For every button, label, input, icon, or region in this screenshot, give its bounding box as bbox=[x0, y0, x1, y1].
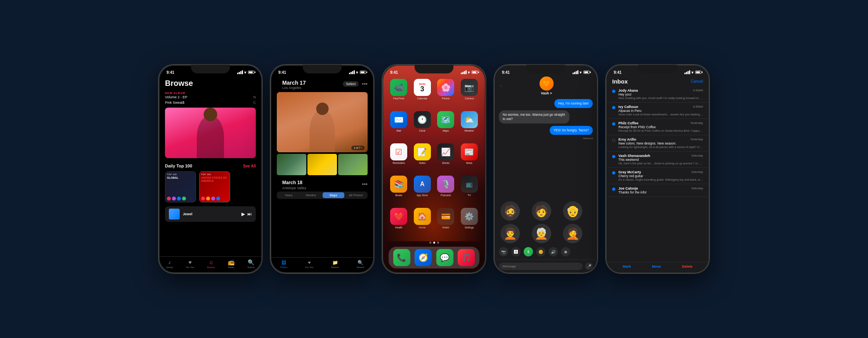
tab-radio[interactable]: 📻 Radio bbox=[228, 259, 234, 268]
appstore-app-btn[interactable]: 🅰 bbox=[511, 247, 521, 256]
play-icon[interactable]: ▶ bbox=[241, 211, 245, 217]
memoji-2[interactable]: 🧑 bbox=[532, 201, 551, 221]
seg-months[interactable]: Months bbox=[300, 192, 322, 198]
move-btn[interactable]: Move bbox=[652, 265, 661, 268]
memoji-5[interactable]: 🧑‍🦳 bbox=[532, 224, 551, 243]
chart-usa[interactable]: TOP 100 UNITED STATES OF AMERICA bbox=[199, 171, 230, 202]
seg-years[interactable]: Years bbox=[278, 192, 300, 198]
dot-2 bbox=[433, 242, 435, 244]
msg-sent-2: YES! So hungry. Tacos? bbox=[550, 126, 593, 135]
mail-item-1[interactable]: Ivy Calhoun 8:35AM Alpacas in Peru Sooo … bbox=[607, 103, 708, 119]
delete-btn[interactable]: Delete bbox=[682, 265, 693, 268]
tab-library[interactable]: ♪ Library bbox=[166, 259, 173, 268]
more-app-btn[interactable]: ⊕ bbox=[561, 247, 570, 256]
circle6 bbox=[206, 197, 210, 200]
grid-item-3[interactable] bbox=[338, 154, 368, 175]
app-tv[interactable]: 📺 TV bbox=[459, 176, 480, 205]
sender-5: Gray McCarty bbox=[618, 170, 641, 174]
memoji-4[interactable]: 🧑‍🦱 bbox=[500, 224, 520, 243]
mark-btn[interactable]: Mark bbox=[623, 265, 631, 268]
wifi-3: ▾ bbox=[468, 70, 470, 75]
app-stocks[interactable]: 📈 Stocks bbox=[436, 143, 456, 172]
mail-header-row-1: Ivy Calhoun 8:35AM bbox=[618, 105, 703, 109]
app-reminders[interactable]: ☑ Reminders bbox=[389, 143, 409, 172]
forward-icon[interactable]: ⏭ bbox=[247, 211, 252, 217]
apple-pay-btn[interactable]: $ bbox=[524, 247, 533, 256]
chart-global[interactable]: TOP 100 GLOBAL bbox=[165, 171, 196, 202]
notch-1 bbox=[191, 65, 230, 73]
imessage-input[interactable]: iMessage bbox=[499, 263, 583, 270]
now-playing-bar[interactable]: Jewel ▶ ⏭ bbox=[165, 206, 256, 222]
grid-item-2[interactable] bbox=[307, 154, 337, 175]
tab-browse-label: Browse bbox=[207, 266, 215, 268]
time-4: Saturday bbox=[691, 154, 703, 158]
app-news[interactable]: 📰 News bbox=[459, 143, 480, 172]
app-clock[interactable]: 🕐 Clock bbox=[412, 111, 433, 140]
app-facetime[interactable]: 📹 FaceTime bbox=[389, 79, 409, 108]
tab-foryou[interactable]: ♥ For You bbox=[186, 259, 194, 268]
photos-main-image[interactable]: 1 of 7 › bbox=[277, 92, 368, 152]
app-podcasts[interactable]: 🎙️ Podcasts bbox=[436, 176, 456, 205]
dock-messages[interactable]: 💬 bbox=[436, 249, 453, 266]
circle3 bbox=[177, 197, 181, 200]
more2-btn[interactable]: ••• bbox=[362, 181, 368, 187]
home-label: Home bbox=[419, 226, 425, 229]
browse-icon: ♫ bbox=[209, 259, 213, 265]
contact-name[interactable]: Vash > bbox=[541, 91, 552, 95]
photos-date2-block: March 18 Antelope Valley bbox=[277, 178, 312, 190]
audio-btn[interactable]: 🔊 bbox=[549, 247, 558, 256]
app-wallet[interactable]: 💳 Wallet bbox=[436, 208, 456, 237]
mail-item-0[interactable]: Jody Akana 9:40AM Hey you! Nice chatting… bbox=[607, 86, 708, 103]
app-weather[interactable]: ⛅ Weather bbox=[459, 111, 480, 140]
app-camera[interactable]: 📷 Camera bbox=[459, 79, 480, 108]
app-appstore[interactable]: A App Store bbox=[412, 176, 433, 205]
photos-tab-foryou[interactable]: ♥ For You bbox=[306, 260, 314, 268]
app-maps[interactable]: 🗺️ Maps bbox=[436, 111, 456, 140]
app-home-app[interactable]: 🏠 Home bbox=[412, 208, 433, 237]
photos-tab-search[interactable]: 🔍 Search bbox=[357, 260, 364, 268]
app-notes[interactable]: 📝 Notes bbox=[412, 143, 433, 172]
time-0: 9:40AM bbox=[693, 89, 703, 92]
memoji-btn[interactable]: 😊 bbox=[536, 247, 545, 256]
playback-controls[interactable]: ▶ ⏭ bbox=[241, 211, 252, 217]
camera-app-btn[interactable]: 📷 bbox=[499, 247, 508, 256]
app-health[interactable]: ❤️ Health bbox=[389, 208, 409, 237]
app-books[interactable]: 📚 Books bbox=[389, 176, 409, 205]
dock-phone[interactable]: 📞 bbox=[393, 249, 410, 266]
appstore-icon: A bbox=[414, 176, 431, 193]
seg-days[interactable]: Days bbox=[323, 192, 345, 198]
select-btn[interactable]: Select bbox=[343, 81, 359, 87]
app-photos[interactable]: 🌸 Photos bbox=[436, 79, 456, 108]
mail-header-row-4: Vash Shenavandeh Saturday bbox=[618, 154, 703, 158]
photos-tab-photos[interactable]: 🖼 Photos bbox=[280, 260, 288, 268]
grid-item-1[interactable] bbox=[277, 154, 306, 175]
app-calendar[interactable]: MON 3 Calendar bbox=[412, 79, 433, 108]
tab-search[interactable]: 🔍 Search bbox=[247, 259, 255, 268]
photos-tab-albums[interactable]: 📁 Albums bbox=[331, 260, 339, 268]
see-all-btn[interactable]: See All bbox=[243, 164, 256, 168]
cancel-btn[interactable]: Cancel bbox=[691, 79, 703, 84]
mail-header-row-2: Philz Coffee Yesterday bbox=[618, 121, 703, 125]
seg-allphotos[interactable]: All Photos bbox=[345, 192, 367, 198]
memoji-3[interactable]: 👴 bbox=[563, 201, 582, 221]
mail-item-3[interactable]: Erny Arifin Yesterday New colors. New de… bbox=[607, 135, 708, 152]
dock-music[interactable]: 🎵 bbox=[458, 249, 475, 266]
tab-browse[interactable]: ♫ Browse bbox=[207, 259, 215, 268]
mail-item-2[interactable]: Philz Coffee Yesterday Receipt from Phil… bbox=[607, 119, 708, 135]
circle5 bbox=[201, 197, 205, 200]
app-settings[interactable]: ⚙️ Settings bbox=[459, 208, 480, 237]
photos-counter: 1 of 7 › bbox=[351, 146, 365, 150]
memoji-6[interactable]: 🤦 bbox=[563, 224, 582, 243]
mail-item-6[interactable]: Joe Calonje Saturday Thanks for the info… bbox=[607, 184, 708, 197]
mail-item-5[interactable]: Gray McCarty Saturday Cherry red guitar … bbox=[607, 168, 708, 184]
app-mail[interactable]: ✉️ Mail bbox=[389, 111, 409, 140]
dock-safari[interactable]: 🧭 bbox=[415, 249, 432, 266]
memoji-1[interactable]: 🧔 bbox=[500, 201, 520, 221]
mic-btn[interactable]: 🎤 bbox=[585, 262, 593, 270]
library-icon: ♪ bbox=[168, 259, 171, 265]
phone-homescreen: 9:41 ▾ 📹 bbox=[382, 64, 486, 274]
mail-item-4[interactable]: Vash Shenavandeh Saturday This weekend O… bbox=[607, 152, 708, 168]
more-btn[interactable]: ••• bbox=[362, 81, 368, 87]
photos-label: Photos bbox=[442, 97, 450, 100]
wallet-label: Wallet bbox=[442, 226, 449, 229]
